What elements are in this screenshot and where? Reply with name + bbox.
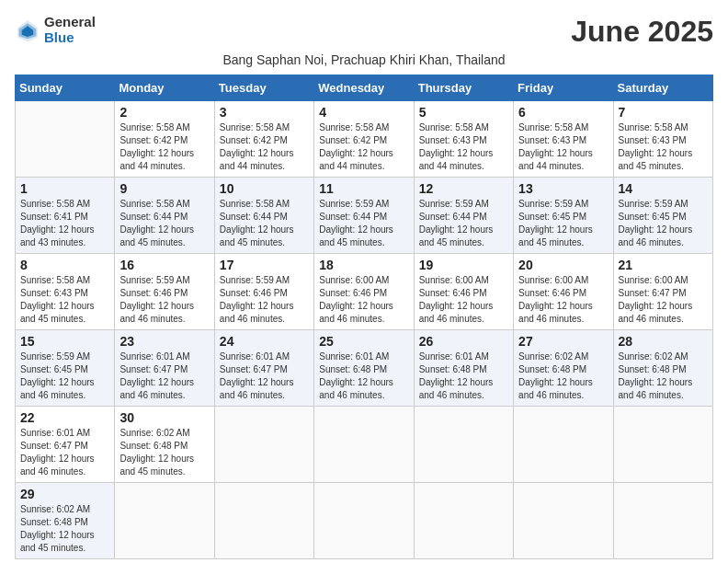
day-info: Sunrise: 6:00 AMSunset: 6:46 PMDaylight:… bbox=[319, 274, 408, 326]
calendar-cell: 11Sunrise: 5:59 AMSunset: 6:44 PMDayligh… bbox=[314, 178, 414, 254]
day-number: 22 bbox=[20, 410, 109, 425]
day-number: 2 bbox=[119, 105, 209, 120]
day-info: Sunrise: 5:58 AMSunset: 6:42 PMDaylight:… bbox=[319, 121, 408, 173]
day-info: Sunrise: 5:59 AMSunset: 6:44 PMDaylight:… bbox=[319, 198, 408, 249]
day-number: 21 bbox=[619, 258, 708, 272]
day-number: 9 bbox=[119, 181, 209, 196]
day-info: Sunrise: 5:58 AMSunset: 6:44 PMDaylight:… bbox=[220, 198, 309, 249]
day-number: 3 bbox=[220, 105, 309, 120]
calendar-cell: 21Sunrise: 6:00 AMSunset: 6:47 PMDayligh… bbox=[613, 254, 712, 330]
calendar-cell: 8Sunrise: 5:58 AMSunset: 6:43 PMDaylight… bbox=[16, 254, 115, 330]
calendar-cell: 1Sunrise: 5:58 AMSunset: 6:41 PMDaylight… bbox=[16, 178, 115, 254]
calendar-cell: 2Sunrise: 5:58 AMSunset: 6:42 PMDaylight… bbox=[115, 101, 214, 178]
calendar-cell: 6Sunrise: 5:58 AMSunset: 6:43 PMDaylight… bbox=[514, 101, 613, 178]
calendar-cell: 5Sunrise: 5:58 AMSunset: 6:43 PMDaylight… bbox=[414, 101, 513, 178]
day-info: Sunrise: 5:58 AMSunset: 6:42 PMDaylight:… bbox=[220, 121, 309, 173]
header-cell-tuesday: Tuesday bbox=[214, 75, 313, 101]
day-info: Sunrise: 5:58 AMSunset: 6:41 PMDaylight:… bbox=[20, 198, 109, 249]
day-info: Sunrise: 6:02 AMSunset: 6:48 PMDaylight:… bbox=[518, 350, 608, 402]
day-info: Sunrise: 6:00 AMSunset: 6:47 PMDaylight:… bbox=[619, 274, 708, 326]
calendar-cell bbox=[16, 101, 115, 178]
logo: General Blue bbox=[15, 15, 96, 45]
day-number: 20 bbox=[518, 258, 608, 272]
day-info: Sunrise: 6:01 AMSunset: 6:47 PMDaylight:… bbox=[119, 350, 209, 402]
calendar: SundayMondayTuesdayWednesdayThursdayFrid… bbox=[15, 75, 713, 559]
calendar-cell: 3Sunrise: 5:58 AMSunset: 6:42 PMDaylight… bbox=[214, 101, 313, 178]
calendar-cell: 9Sunrise: 5:58 AMSunset: 6:44 PMDaylight… bbox=[115, 178, 214, 254]
day-info: Sunrise: 6:02 AMSunset: 6:48 PMDaylight:… bbox=[20, 503, 109, 555]
day-number: 19 bbox=[419, 258, 508, 272]
logo-text: General Blue bbox=[44, 15, 96, 45]
title-area: June 2025 bbox=[571, 15, 713, 49]
header-cell-sunday: Sunday bbox=[16, 75, 115, 101]
calendar-cell: 30Sunrise: 6:02 AMSunset: 6:48 PMDayligh… bbox=[115, 407, 214, 483]
day-number: 23 bbox=[119, 334, 209, 349]
day-info: Sunrise: 6:01 AMSunset: 6:48 PMDaylight:… bbox=[319, 350, 408, 402]
calendar-cell: 14Sunrise: 5:59 AMSunset: 6:45 PMDayligh… bbox=[613, 178, 712, 254]
day-number: 11 bbox=[319, 181, 408, 196]
calendar-cell: 22Sunrise: 6:01 AMSunset: 6:47 PMDayligh… bbox=[16, 407, 115, 483]
header-row: SundayMondayTuesdayWednesdayThursdayFrid… bbox=[16, 75, 713, 101]
calendar-row: 2Sunrise: 5:58 AMSunset: 6:42 PMDaylight… bbox=[16, 101, 713, 178]
logo-icon bbox=[15, 17, 40, 43]
calendar-cell: 17Sunrise: 5:59 AMSunset: 6:46 PMDayligh… bbox=[214, 254, 313, 330]
day-number: 26 bbox=[419, 334, 508, 349]
day-number: 13 bbox=[518, 181, 608, 196]
day-info: Sunrise: 6:02 AMSunset: 6:48 PMDaylight:… bbox=[619, 350, 708, 402]
day-number: 30 bbox=[119, 410, 209, 425]
day-number: 16 bbox=[119, 258, 209, 272]
day-number: 27 bbox=[518, 334, 608, 349]
calendar-cell: 13Sunrise: 5:59 AMSunset: 6:45 PMDayligh… bbox=[514, 178, 613, 254]
calendar-cell: 19Sunrise: 6:00 AMSunset: 6:46 PMDayligh… bbox=[414, 254, 513, 330]
calendar-row: 15Sunrise: 5:59 AMSunset: 6:45 PMDayligh… bbox=[16, 330, 713, 407]
calendar-cell: 20Sunrise: 6:00 AMSunset: 6:46 PMDayligh… bbox=[514, 254, 613, 330]
day-info: Sunrise: 5:58 AMSunset: 6:42 PMDaylight:… bbox=[119, 121, 209, 173]
calendar-cell: 27Sunrise: 6:02 AMSunset: 6:48 PMDayligh… bbox=[514, 330, 613, 407]
calendar-row: 29Sunrise: 6:02 AMSunset: 6:48 PMDayligh… bbox=[16, 483, 713, 559]
calendar-row: 8Sunrise: 5:58 AMSunset: 6:43 PMDaylight… bbox=[16, 254, 713, 330]
day-info: Sunrise: 5:59 AMSunset: 6:46 PMDaylight:… bbox=[220, 274, 309, 326]
page-header: General Blue June 2025 bbox=[15, 15, 713, 49]
header-cell-saturday: Saturday bbox=[613, 75, 712, 101]
day-info: Sunrise: 6:00 AMSunset: 6:46 PMDaylight:… bbox=[518, 274, 608, 326]
day-number: 4 bbox=[319, 105, 408, 120]
day-info: Sunrise: 5:58 AMSunset: 6:43 PMDaylight:… bbox=[518, 121, 608, 173]
day-info: Sunrise: 5:59 AMSunset: 6:45 PMDaylight:… bbox=[20, 350, 109, 402]
calendar-cell: 23Sunrise: 6:01 AMSunset: 6:47 PMDayligh… bbox=[115, 330, 214, 407]
logo-line2: Blue bbox=[44, 30, 96, 46]
day-info: Sunrise: 6:00 AMSunset: 6:46 PMDaylight:… bbox=[419, 274, 508, 326]
calendar-cell bbox=[214, 407, 313, 483]
day-number: 28 bbox=[619, 334, 708, 349]
subtitle: Bang Saphan Noi, Prachuap Khiri Khan, Th… bbox=[15, 52, 713, 67]
day-number: 8 bbox=[20, 258, 109, 272]
day-number: 1 bbox=[20, 181, 109, 196]
day-number: 17 bbox=[220, 258, 309, 272]
day-info: Sunrise: 5:58 AMSunset: 6:44 PMDaylight:… bbox=[119, 198, 209, 249]
day-number: 14 bbox=[619, 181, 708, 196]
calendar-cell bbox=[414, 407, 513, 483]
day-info: Sunrise: 5:59 AMSunset: 6:45 PMDaylight:… bbox=[518, 198, 608, 249]
header-cell-friday: Friday bbox=[514, 75, 613, 101]
day-info: Sunrise: 6:02 AMSunset: 6:48 PMDaylight:… bbox=[119, 427, 209, 478]
calendar-cell bbox=[314, 483, 414, 559]
calendar-cell: 26Sunrise: 6:01 AMSunset: 6:48 PMDayligh… bbox=[414, 330, 513, 407]
day-number: 18 bbox=[319, 258, 408, 272]
calendar-cell bbox=[613, 407, 712, 483]
calendar-cell: 25Sunrise: 6:01 AMSunset: 6:48 PMDayligh… bbox=[314, 330, 414, 407]
header-cell-thursday: Thursday bbox=[414, 75, 513, 101]
calendar-row: 1Sunrise: 5:58 AMSunset: 6:41 PMDaylight… bbox=[16, 178, 713, 254]
calendar-cell: 12Sunrise: 5:59 AMSunset: 6:44 PMDayligh… bbox=[414, 178, 513, 254]
day-number: 10 bbox=[220, 181, 309, 196]
calendar-cell: 29Sunrise: 6:02 AMSunset: 6:48 PMDayligh… bbox=[16, 483, 115, 559]
calendar-cell: 24Sunrise: 6:01 AMSunset: 6:47 PMDayligh… bbox=[214, 330, 313, 407]
day-info: Sunrise: 5:58 AMSunset: 6:43 PMDaylight:… bbox=[20, 274, 109, 326]
day-info: Sunrise: 5:59 AMSunset: 6:45 PMDaylight:… bbox=[619, 198, 708, 249]
calendar-cell: 7Sunrise: 5:58 AMSunset: 6:43 PMDaylight… bbox=[613, 101, 712, 178]
calendar-cell bbox=[613, 483, 712, 559]
day-info: Sunrise: 5:58 AMSunset: 6:43 PMDaylight:… bbox=[419, 121, 508, 173]
day-number: 29 bbox=[20, 487, 109, 501]
day-info: Sunrise: 6:01 AMSunset: 6:47 PMDaylight:… bbox=[20, 427, 109, 478]
calendar-cell bbox=[414, 483, 513, 559]
calendar-cell: 28Sunrise: 6:02 AMSunset: 6:48 PMDayligh… bbox=[613, 330, 712, 407]
header-cell-monday: Monday bbox=[115, 75, 214, 101]
